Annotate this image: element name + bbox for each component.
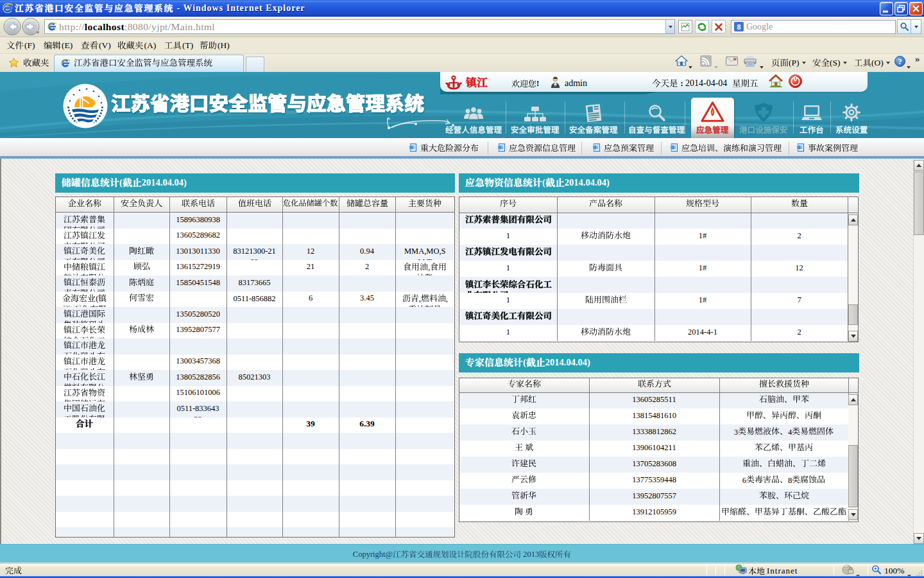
svg-text:?: ? (898, 57, 902, 66)
svg-text:8: 8 (737, 22, 741, 31)
